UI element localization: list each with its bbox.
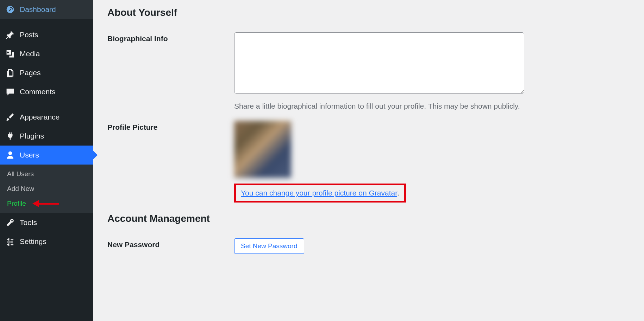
new-password-row: New Password Set New Password [107, 238, 630, 254]
set-new-password-button[interactable]: Set New Password [234, 238, 304, 254]
pages-icon [6, 68, 15, 77]
gravatar-period: . [397, 189, 399, 197]
submenu-item-label: Add New [7, 185, 34, 193]
sidebar-item-label: Plugins [20, 132, 44, 140]
bio-row: Biographical Info Share a little biograp… [107, 32, 630, 110]
pin-icon [6, 30, 15, 39]
submenu-item-label: Profile [7, 200, 26, 207]
media-icon [6, 49, 15, 58]
sidebar-item-label: Tools [20, 218, 37, 227]
sidebar-item-dashboard[interactable]: Dashboard [0, 0, 93, 19]
sidebar-item-label: Users [20, 151, 39, 159]
submenu-item-label: All Users [7, 170, 34, 178]
about-section-title: About Yourself [107, 7, 630, 18]
new-password-label: New Password [107, 238, 234, 249]
user-icon [6, 150, 15, 160]
brush-icon [6, 113, 15, 122]
submenu-item-profile[interactable]: Profile [0, 196, 93, 211]
sidebar-item-label: Pages [20, 69, 41, 77]
plug-icon [6, 131, 15, 141]
account-section-title: Account Management [107, 213, 630, 224]
sidebar-item-label: Settings [20, 237, 46, 246]
admin-sidebar: Dashboard Posts Media Pages Comments App… [0, 0, 93, 321]
sidebar-item-label: Posts [20, 31, 38, 39]
submenu-item-add-new[interactable]: Add New [0, 181, 93, 196]
sidebar-item-label: Appearance [20, 113, 60, 121]
profile-picture-row: Profile Picture You can change your prof… [107, 121, 630, 203]
sidebar-item-comments[interactable]: Comments [0, 82, 93, 101]
sidebar-item-label: Dashboard [20, 5, 56, 14]
avatar [234, 121, 291, 178]
sidebar-item-label: Comments [20, 88, 56, 96]
main-content: About Yourself Biographical Info Share a… [93, 0, 644, 321]
comment-icon [6, 87, 15, 96]
bio-textarea[interactable] [234, 32, 524, 94]
sidebar-item-pages[interactable]: Pages [0, 63, 93, 82]
sidebar-item-media[interactable]: Media [0, 44, 93, 63]
sidebar-item-plugins[interactable]: Plugins [0, 127, 93, 146]
sidebar-item-tools[interactable]: Tools [0, 213, 93, 232]
bio-description: Share a little biographical information … [234, 102, 630, 110]
annotation-highlight-box: You can change your profile picture on G… [234, 184, 406, 203]
sidebar-item-users[interactable]: Users [0, 146, 93, 165]
bio-label: Biographical Info [107, 32, 234, 43]
wrench-icon [6, 218, 15, 227]
sliders-icon [6, 237, 15, 246]
sidebar-item-posts[interactable]: Posts [0, 25, 93, 44]
profile-picture-label: Profile Picture [107, 121, 234, 131]
sidebar-item-appearance[interactable]: Appearance [0, 108, 93, 127]
submenu-item-all-users[interactable]: All Users [0, 167, 93, 181]
dashboard-icon [6, 5, 15, 14]
annotation-arrow-icon [32, 201, 61, 206]
users-submenu: All Users Add New Profile [0, 165, 93, 213]
sidebar-item-settings[interactable]: Settings [0, 232, 93, 251]
sidebar-item-label: Media [20, 50, 40, 58]
gravatar-link[interactable]: You can change your profile picture on G… [241, 189, 397, 197]
